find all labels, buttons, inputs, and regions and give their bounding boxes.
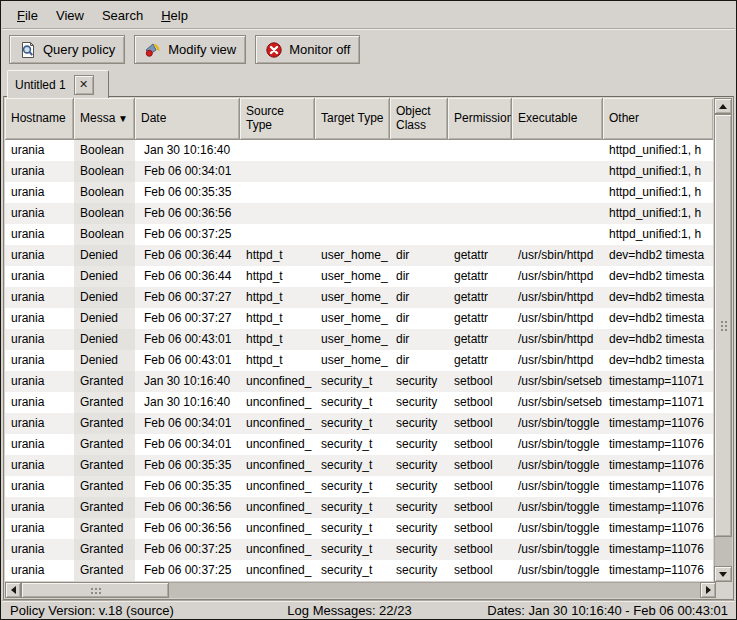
table-cell: Jan 30 10:16:40 bbox=[135, 392, 240, 413]
table-row[interactable]: uraniaGrantedJan 30 10:16:40unconfined_s… bbox=[5, 392, 713, 413]
table-cell: security_t bbox=[315, 560, 390, 581]
table-cell: Granted bbox=[74, 518, 135, 539]
table-cell: setbool bbox=[448, 497, 512, 518]
table-cell: security bbox=[390, 413, 448, 434]
statusbar: Policy Version: v.18 (source) Log Messag… bbox=[2, 600, 735, 618]
table-cell: unconfined_ bbox=[240, 560, 315, 581]
table-row[interactable]: uraniaBooleanFeb 06 00:37:25httpd_unifie… bbox=[5, 224, 713, 245]
table-row[interactable]: uraniaDeniedFeb 06 00:43:01httpd_tuser_h… bbox=[5, 329, 713, 350]
scroll-down-button[interactable] bbox=[714, 566, 732, 582]
table-row[interactable]: uraniaDeniedFeb 06 00:37:27httpd_tuser_h… bbox=[5, 308, 713, 329]
table-row[interactable]: uraniaBooleanFeb 06 00:35:35httpd_unifie… bbox=[5, 182, 713, 203]
table-cell: Granted bbox=[74, 455, 135, 476]
table-cell: user_home_ bbox=[315, 245, 390, 266]
table-cell: Feb 06 00:37:25 bbox=[135, 539, 240, 560]
menu-search[interactable]: Search bbox=[93, 4, 152, 27]
table-cell: timestamp=11076 bbox=[603, 455, 713, 476]
arrow-up-icon bbox=[719, 104, 727, 109]
scroll-left-button[interactable] bbox=[5, 582, 21, 598]
table-row[interactable]: uraniaBooleanJan 30 10:16:40httpd_unifie… bbox=[5, 140, 713, 161]
policy-version-status: Policy Version: v.18 (source) bbox=[10, 603, 174, 618]
modify-view-icon bbox=[144, 41, 162, 59]
table-cell: urania bbox=[5, 476, 74, 497]
table-row[interactable]: uraniaGrantedFeb 06 00:36:56unconfined_s… bbox=[5, 497, 713, 518]
table-cell: Feb 06 00:36:44 bbox=[135, 245, 240, 266]
column-header-executable[interactable]: Executable bbox=[512, 98, 603, 140]
table-row[interactable]: uraniaGrantedFeb 06 00:35:35unconfined_s… bbox=[5, 476, 713, 497]
table-row[interactable]: uraniaBooleanFeb 06 00:34:01httpd_unifie… bbox=[5, 161, 713, 182]
table-cell: /usr/sbin/toggle bbox=[512, 413, 603, 434]
column-header-target-type[interactable]: Target Type bbox=[315, 98, 390, 140]
table-cell: security_t bbox=[315, 539, 390, 560]
column-header-permission[interactable]: Permission bbox=[448, 98, 512, 140]
table-row[interactable]: uraniaDeniedFeb 06 00:37:27httpd_tuser_h… bbox=[5, 287, 713, 308]
horizontal-scrollbar-thumb[interactable] bbox=[21, 582, 169, 598]
menu-view[interactable]: View bbox=[47, 4, 93, 27]
table-cell: Feb 06 00:35:35 bbox=[135, 455, 240, 476]
table-cell bbox=[315, 203, 390, 224]
table-row[interactable]: uraniaGrantedFeb 06 00:34:01unconfined_s… bbox=[5, 434, 713, 455]
table-row[interactable]: uraniaGrantedFeb 06 00:36:56unconfined_s… bbox=[5, 518, 713, 539]
table-cell: security_t bbox=[315, 518, 390, 539]
table-cell: dev=hdb2 timesta bbox=[603, 266, 713, 287]
scroll-up-button[interactable] bbox=[714, 98, 732, 114]
column-header-other[interactable]: Other bbox=[603, 98, 713, 140]
table-cell: setbool bbox=[448, 455, 512, 476]
table-cell: Feb 06 00:36:56 bbox=[135, 203, 240, 224]
table-cell: security bbox=[390, 518, 448, 539]
table-row[interactable]: uraniaGrantedFeb 06 00:34:01unconfined_s… bbox=[5, 413, 713, 434]
table-cell: /usr/sbin/toggle bbox=[512, 434, 603, 455]
table-cell bbox=[390, 182, 448, 203]
table-cell: security bbox=[390, 560, 448, 581]
table-cell: dir bbox=[390, 329, 448, 350]
vertical-scrollbar-thumb[interactable] bbox=[714, 114, 732, 537]
query-policy-button[interactable]: Query policy bbox=[9, 35, 125, 64]
table-cell: Granted bbox=[74, 392, 135, 413]
toolbar: Query policy Modify view Monitor off bbox=[2, 31, 735, 68]
table-cell bbox=[240, 224, 315, 245]
table-cell: Boolean bbox=[74, 203, 135, 224]
table-row[interactable]: uraniaGrantedJan 30 10:16:40unconfined_s… bbox=[5, 371, 713, 392]
tab-close-button[interactable]: ✕ bbox=[74, 75, 94, 95]
table-cell: unconfined_ bbox=[240, 371, 315, 392]
table-cell: httpd_t bbox=[240, 266, 315, 287]
menu-file[interactable]: File bbox=[8, 4, 47, 27]
table-cell: /usr/sbin/httpd bbox=[512, 308, 603, 329]
table-row[interactable]: uraniaDeniedFeb 06 00:36:44httpd_tuser_h… bbox=[5, 266, 713, 287]
query-policy-label: Query policy bbox=[43, 42, 115, 57]
scroll-right-button[interactable] bbox=[700, 582, 716, 598]
table-cell: timestamp=11076 bbox=[603, 539, 713, 560]
table-row[interactable]: uraniaDeniedFeb 06 00:43:01httpd_tuser_h… bbox=[5, 350, 713, 371]
column-header-date[interactable]: Date bbox=[135, 98, 240, 140]
table-row[interactable]: uraniaGrantedFeb 06 00:37:25unconfined_s… bbox=[5, 560, 713, 581]
table-cell: urania bbox=[5, 161, 74, 182]
table-cell: Feb 06 00:43:01 bbox=[135, 329, 240, 350]
table-cell: /usr/sbin/httpd bbox=[512, 350, 603, 371]
modify-view-label: Modify view bbox=[168, 42, 236, 57]
table-cell: Feb 06 00:37:27 bbox=[135, 308, 240, 329]
table-row[interactable]: uraniaGrantedFeb 06 00:35:35unconfined_s… bbox=[5, 455, 713, 476]
table-cell: unconfined_ bbox=[240, 392, 315, 413]
table-cell: user_home_ bbox=[315, 287, 390, 308]
table-cell: setbool bbox=[448, 518, 512, 539]
modify-view-button[interactable]: Modify view bbox=[134, 35, 246, 64]
column-header-hostname[interactable]: Hostname bbox=[5, 98, 74, 140]
monitor-off-button[interactable]: Monitor off bbox=[255, 35, 360, 64]
table-cell: Boolean bbox=[74, 140, 135, 161]
table-row[interactable]: uraniaDeniedFeb 06 00:36:44httpd_tuser_h… bbox=[5, 245, 713, 266]
table-row[interactable]: uraniaBooleanFeb 06 00:36:56httpd_unifie… bbox=[5, 203, 713, 224]
table-cell: security bbox=[390, 539, 448, 560]
column-header-object-class[interactable]: Object Class bbox=[390, 98, 448, 140]
column-header-message[interactable]: Messa ▼ bbox=[74, 98, 135, 140]
menu-help[interactable]: Help bbox=[152, 4, 197, 27]
table-cell bbox=[315, 224, 390, 245]
tab-untitled-1[interactable]: Untitled 1 ✕ bbox=[7, 70, 109, 98]
table-cell: setbool bbox=[448, 392, 512, 413]
horizontal-scrollbar[interactable] bbox=[5, 582, 716, 598]
table-cell: Feb 06 00:34:01 bbox=[135, 413, 240, 434]
table-row[interactable]: uraniaGrantedFeb 06 00:37:25unconfined_s… bbox=[5, 539, 713, 560]
table-cell: Feb 06 00:34:01 bbox=[135, 161, 240, 182]
vertical-scrollbar[interactable] bbox=[714, 98, 732, 582]
column-header-source-type[interactable]: Source Type bbox=[240, 98, 315, 140]
table-cell: urania bbox=[5, 518, 74, 539]
